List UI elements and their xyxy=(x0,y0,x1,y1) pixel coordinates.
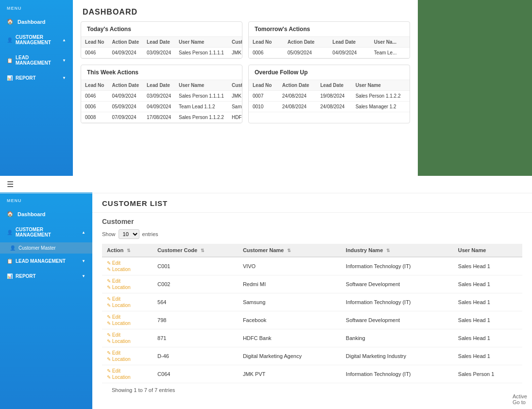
col-user-name: User Name xyxy=(352,80,410,91)
table-row: ✎ Edit ✎ Location C001 VIVO Information … xyxy=(102,257,522,275)
cell-lead-no: 0006 xyxy=(249,48,284,58)
customer-table: Action ⇅ Customer Code ⇅ Customer Name ⇅… xyxy=(102,244,522,383)
cell-lead-date: 03/09/2024 xyxy=(143,48,175,58)
goto-text: Go to xyxy=(513,399,527,405)
cell: Team Lead 1.1.2 xyxy=(175,102,228,112)
table-row: 0006 05/09/2024 04/09/2024 Team Lead 1.1… xyxy=(81,102,242,112)
col-customer-name: Customer Name xyxy=(228,37,242,48)
location-link[interactable]: ✎ Location xyxy=(107,321,148,326)
table-row: ✎ Edit ✎ Location 564 Samsung Informatio… xyxy=(102,293,522,311)
location-link[interactable]: ✎ Location xyxy=(107,285,148,290)
bottom-hamburger-icon[interactable]: ☰ xyxy=(7,180,14,188)
cell-action: ✎ Edit ✎ Location xyxy=(102,293,153,311)
cell-action: ✎ Edit ✎ Location xyxy=(102,275,153,293)
cell-user: Sales Head 1 xyxy=(453,275,522,293)
top-sidebar-menu-label: MENU xyxy=(0,0,73,14)
bottom-hamburger-bar: ☰ xyxy=(0,176,532,193)
cell-user: Sales Head 1 xyxy=(453,347,522,365)
table-row: ✎ Edit ✎ Location 798 Facebook Software … xyxy=(102,311,522,329)
cell-customer-name: JMK PVT xyxy=(228,48,242,58)
showing-text: Showing 1 to 7 of 7 entries xyxy=(102,383,522,397)
overdue-table: Lead No Action Date Lead Date User Name … xyxy=(249,80,410,112)
cell-code: D-46 xyxy=(153,347,238,365)
cell-name: Digital Marketing Agency xyxy=(238,347,341,365)
sidebar-dashboard-label: Dashboard xyxy=(17,19,45,25)
overdue-followup-card: Overdue Follow Up Lead No Action Date Le… xyxy=(248,65,410,123)
location-link[interactable]: ✎ Location xyxy=(107,339,148,344)
cell-code: 798 xyxy=(153,311,238,329)
col-action-date: Action Date xyxy=(278,80,316,91)
edit-link[interactable]: ✎ Edit xyxy=(107,368,148,374)
cell: 17/08/2024 xyxy=(143,112,175,123)
bottom-sidebar-report[interactable]: 📊 REPORT ▼ xyxy=(0,269,92,284)
customer-icon: 👤 xyxy=(7,37,13,43)
edit-link[interactable]: ✎ Edit xyxy=(107,332,148,338)
cell: 07/09/2024 xyxy=(108,112,143,123)
cell: 24/08/2024 xyxy=(278,102,316,112)
cell: 05/09/2024 xyxy=(108,102,143,112)
col-customer-name: Customer Name xyxy=(228,80,242,91)
tomorrows-actions-title: Tomorrow's Actions xyxy=(249,22,410,37)
edit-link[interactable]: ✎ Edit xyxy=(107,314,148,320)
location-link[interactable]: ✎ Location xyxy=(107,357,148,362)
cell-code: C064 xyxy=(153,365,238,383)
col-action-date: Action Date xyxy=(284,37,329,48)
sidebar-item-customer-management[interactable]: 👤 CUSTOMER MANAGEMENT ▲ xyxy=(0,30,73,50)
sidebar-item-dashboard[interactable]: 🏠 Dashboard xyxy=(0,14,73,30)
bottom-customer-arrow: ▲ xyxy=(82,230,86,235)
dashboard-panel: ☰ MENU 🏠 Dashboard 👤 CUSTOMER MANAGEMENT… xyxy=(0,0,418,180)
submenu-customer-master[interactable]: 👤 Customer Master xyxy=(0,242,92,254)
dashboard-grid: Today's Actions Lead No Action Date Lead… xyxy=(73,21,418,129)
location-link[interactable]: ✎ Location xyxy=(107,375,148,380)
sort-action-icon: ⇅ xyxy=(127,248,131,253)
sidebar-item-lead-management[interactable]: 📋 LEAD MANAGEMENT ▼ xyxy=(0,50,73,70)
bottom-sidebar-lead[interactable]: 📋 LEAD MANAGEMENT ▼ xyxy=(0,254,92,269)
bottom-sidebar-dashboard[interactable]: 🏠 Dashboard xyxy=(0,206,92,222)
cell: Samsung xyxy=(228,102,242,112)
show-label: Show xyxy=(102,231,116,237)
todays-actions-title: Today's Actions xyxy=(81,22,242,37)
cell: 04/09/2024 xyxy=(108,91,143,102)
lead-icon: 📋 xyxy=(7,58,13,63)
show-entries: Show 10 25 50 entries xyxy=(102,229,522,239)
edit-link[interactable]: ✎ Edit xyxy=(107,260,148,266)
sidebar-item-report[interactable]: 📊 REPORT ▼ xyxy=(0,70,73,85)
report-arrow-icon: ▼ xyxy=(62,76,66,80)
entries-select[interactable]: 10 25 50 xyxy=(119,229,139,239)
sort-name-icon: ⇅ xyxy=(287,248,291,253)
cell-action: ✎ Edit ✎ Location xyxy=(102,347,153,365)
bottom-report-label: REPORT xyxy=(16,273,36,279)
customer-section-title: Customer xyxy=(102,218,522,225)
cell-user: Sales Person 1 xyxy=(453,365,522,383)
cell-user: Sales Head 1 xyxy=(453,257,522,275)
col-lead-date: Lead Date xyxy=(143,80,175,91)
bottom-dashboard-label: Dashboard xyxy=(17,211,45,217)
sort-code-icon: ⇅ xyxy=(201,248,205,253)
col-lead-date: Lead Date xyxy=(143,37,175,48)
location-link[interactable]: ✎ Location xyxy=(107,303,148,308)
cell: 0006 xyxy=(81,102,108,112)
this-week-actions-card: This Week Actions Lead No Action Date Le… xyxy=(81,65,242,123)
sidebar-report-label: REPORT xyxy=(16,75,36,81)
col-action-date: Action Date xyxy=(108,37,143,48)
customer-list-panel: ☰ MENU 🏠 Dashboard 👤 CUSTOMER MANAGEMENT… xyxy=(0,176,532,409)
cell-code: C001 xyxy=(153,257,238,275)
active-text: Active xyxy=(513,393,527,399)
bottom-sidebar-customer[interactable]: 👤 CUSTOMER MANAGEMENT ▲ xyxy=(0,222,92,242)
cell-action: ✎ Edit ✎ Location xyxy=(102,365,153,383)
col-industry: Industry Name ⇅ xyxy=(341,244,453,257)
edit-link[interactable]: ✎ Edit xyxy=(107,350,148,356)
location-link[interactable]: ✎ Location xyxy=(107,267,148,272)
cell-lead-no: 0046 xyxy=(81,48,108,58)
cell-industry: Software Development xyxy=(341,275,453,293)
cell: 0010 xyxy=(249,102,278,112)
todays-actions-table: Lead No Action Date Lead Date User Name … xyxy=(81,37,242,58)
edit-link[interactable]: ✎ Edit xyxy=(107,278,148,284)
lead-arrow-icon: ▼ xyxy=(62,58,66,63)
cell-industry: Information Technology (IT) xyxy=(341,293,453,311)
edit-link[interactable]: ✎ Edit xyxy=(107,296,148,302)
cell: 0007 xyxy=(249,91,278,102)
cell-action: ✎ Edit ✎ Location xyxy=(102,311,153,329)
bottom-customer-icon: 👤 xyxy=(7,230,13,235)
table-row: ✎ Edit ✎ Location D-46 Digital Marketing… xyxy=(102,347,522,365)
